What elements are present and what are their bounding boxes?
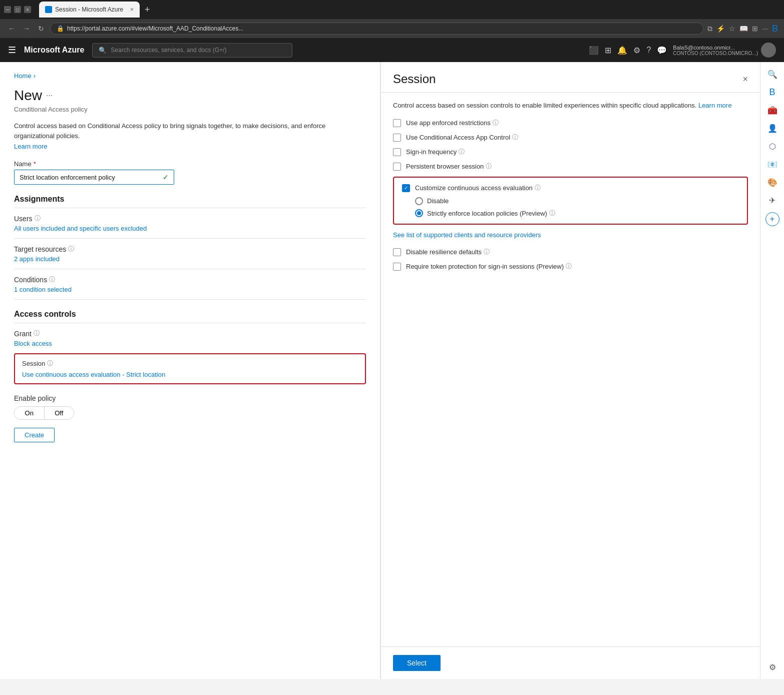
toggle-off-option[interactable]: Off xyxy=(45,407,74,419)
enable-policy-section: Enable policy On Off Create xyxy=(14,394,366,442)
sidebar-user-icon[interactable]: 👤 xyxy=(764,120,780,136)
user-name: BalaS@contoso.onmicr... xyxy=(673,45,758,51)
disable-radio-row: Disable xyxy=(415,197,739,205)
conditions-info-icon[interactable]: ⓘ xyxy=(49,275,55,284)
cae-checkbox[interactable]: ✓ xyxy=(402,184,410,192)
tenant-name: CONTOSO (CONTOSO.ONMICRO...) xyxy=(673,51,758,56)
disable-resilience-info-icon[interactable]: ⓘ xyxy=(484,248,490,256)
drawer-learn-more-link[interactable]: Learn more xyxy=(698,102,731,109)
refresh-button[interactable]: ↻ xyxy=(36,25,46,33)
session-value-link[interactable]: Use continuous access evaluation - Stric… xyxy=(22,371,165,378)
sidebar-copilot-icon[interactable]: B xyxy=(764,84,780,100)
bing-chat-icon[interactable]: B xyxy=(772,24,778,34)
select-button[interactable]: Select xyxy=(393,655,441,671)
sidebar-gear-icon[interactable]: ⚙ xyxy=(764,659,780,675)
sidebar-color-icon[interactable]: 🎨 xyxy=(764,174,780,190)
feedback-icon[interactable]: 💬 xyxy=(657,46,667,55)
disable-radio-button[interactable] xyxy=(415,197,423,205)
assignments-section-label: Assignments xyxy=(14,195,366,208)
browser-ext-icon[interactable]: ⚡ xyxy=(716,25,725,33)
cae-checkbox-row: ✓ Customize continuous access evaluation… xyxy=(402,184,739,192)
cae-radio-group: Disable Strictly enforce location polici… xyxy=(415,197,739,218)
page-title-menu-icon[interactable]: ··· xyxy=(46,91,53,100)
ca-app-control-checkbox[interactable] xyxy=(393,134,401,142)
session-info-icon[interactable]: ⓘ xyxy=(47,359,53,368)
strict-location-info-icon[interactable]: ⓘ xyxy=(549,209,555,218)
sidebar-plane-icon[interactable]: ✈ xyxy=(764,192,780,208)
grant-info-icon[interactable]: ⓘ xyxy=(34,329,40,338)
maximize-button[interactable]: □ xyxy=(14,6,21,13)
tab-favicon xyxy=(45,6,52,13)
active-tab[interactable]: Session - Microsoft Azure × xyxy=(39,2,140,18)
users-info-icon[interactable]: ⓘ xyxy=(35,214,41,223)
collections-icon[interactable]: ⊞ xyxy=(752,25,758,33)
notifications-icon[interactable]: 🔔 xyxy=(617,46,627,55)
app-enforced-label: Use app enforced restrictions ⓘ xyxy=(406,119,499,127)
address-bar[interactable]: 🔒 https://portal.azure.com/#view/Microso… xyxy=(50,23,703,35)
tab-close-button[interactable]: × xyxy=(130,6,134,13)
breadcrumb-home-link[interactable]: Home xyxy=(14,72,32,80)
breadcrumb: Home › xyxy=(14,72,366,80)
app-enforced-checkbox[interactable] xyxy=(393,119,401,127)
ca-app-control-info-icon[interactable]: ⓘ xyxy=(512,133,518,142)
persistent-browser-checkbox[interactable] xyxy=(393,163,401,171)
signin-freq-row: Sign-in frequency ⓘ xyxy=(393,148,748,156)
hamburger-menu-icon[interactable]: ☰ xyxy=(8,45,16,56)
left-panel: Home › New ··· Conditional Access policy… xyxy=(0,62,380,679)
session-drawer: Session × Control access based on sessio… xyxy=(380,62,760,679)
cloud-shell-icon[interactable]: ⬛ xyxy=(589,46,599,55)
toggle-on-option[interactable]: On xyxy=(15,407,45,419)
read-view-icon[interactable]: 📖 xyxy=(739,25,748,33)
sidebar-add-button[interactable]: + xyxy=(765,212,779,226)
token-protection-label: Require token protection for sign-in ses… xyxy=(406,262,572,271)
search-placeholder: Search resources, services, and docs (G+… xyxy=(111,47,226,54)
signin-freq-checkbox[interactable] xyxy=(393,148,401,156)
token-protection-checkbox[interactable] xyxy=(393,263,401,271)
user-profile[interactable]: BalaS@contoso.onmicr... CONTOSO (CONTOSO… xyxy=(673,43,776,58)
name-input[interactable]: Strict location enforcement policy ✓ xyxy=(14,170,174,185)
app-enforced-info-icon[interactable]: ⓘ xyxy=(493,119,499,127)
enable-policy-toggle[interactable]: On Off xyxy=(14,406,74,420)
users-label: Users ⓘ xyxy=(14,214,366,223)
strict-location-radio-button[interactable] xyxy=(415,209,423,217)
name-valid-icon: ✓ xyxy=(163,173,169,181)
conditions-value[interactable]: 1 condition selected xyxy=(14,286,366,293)
sidebar-teams-icon[interactable]: ⬡ xyxy=(764,138,780,154)
settings-icon[interactable]: ⚙ xyxy=(633,46,640,55)
page-subtitle: Conditional Access policy xyxy=(14,106,366,113)
drawer-footer: Select xyxy=(381,646,760,679)
sidebar-toolkit-icon[interactable]: 🧰 xyxy=(764,102,780,118)
back-button[interactable]: ← xyxy=(6,25,17,33)
global-search[interactable]: 🔍 Search resources, services, and docs (… xyxy=(92,43,292,58)
minimize-button[interactable]: ─ xyxy=(4,6,11,13)
forward-button[interactable]: → xyxy=(21,25,32,33)
portal-menu-icon[interactable]: ⊞ xyxy=(605,46,611,55)
disable-resilience-checkbox[interactable] xyxy=(393,248,401,256)
create-button[interactable]: Create xyxy=(14,428,55,442)
access-controls-section-label: Access controls xyxy=(14,310,366,323)
persistent-browser-info-icon[interactable]: ⓘ xyxy=(486,162,492,171)
disable-resilience-row: Disable resilience defaults ⓘ xyxy=(393,248,748,256)
target-resources-info-icon[interactable]: ⓘ xyxy=(68,245,74,253)
cae-info-icon[interactable]: ⓘ xyxy=(535,184,541,192)
drawer-description: Control access based on session controls… xyxy=(393,101,748,111)
see-list-link[interactable]: See list of supported clients and resour… xyxy=(393,231,748,240)
more-tools-icon[interactable]: ··· xyxy=(762,25,768,33)
sidebar-outlook-icon[interactable]: 📧 xyxy=(764,156,780,172)
description-learn-more-link[interactable]: Learn more xyxy=(14,143,47,150)
token-protection-info-icon[interactable]: ⓘ xyxy=(566,262,572,271)
new-tab-button[interactable]: + xyxy=(142,5,153,15)
favorites-icon[interactable]: ☆ xyxy=(729,25,735,33)
url-text: https://portal.azure.com/#view/Microsoft… xyxy=(67,25,243,32)
signin-freq-info-icon[interactable]: ⓘ xyxy=(459,148,465,156)
sidebar-search-icon[interactable]: 🔍 xyxy=(764,66,780,82)
close-window-button[interactable]: × xyxy=(24,6,31,13)
help-icon[interactable]: ? xyxy=(646,46,651,55)
users-value[interactable]: All users included and specific users ex… xyxy=(14,225,366,232)
search-icon: 🔍 xyxy=(99,47,107,54)
grant-value[interactable]: Block access xyxy=(14,340,366,347)
drawer-close-button[interactable]: × xyxy=(742,74,748,85)
split-screen-icon[interactable]: ⧉ xyxy=(707,25,712,33)
target-resources-value[interactable]: 2 apps included xyxy=(14,255,366,263)
target-resources-label: Target resources ⓘ xyxy=(14,245,366,253)
